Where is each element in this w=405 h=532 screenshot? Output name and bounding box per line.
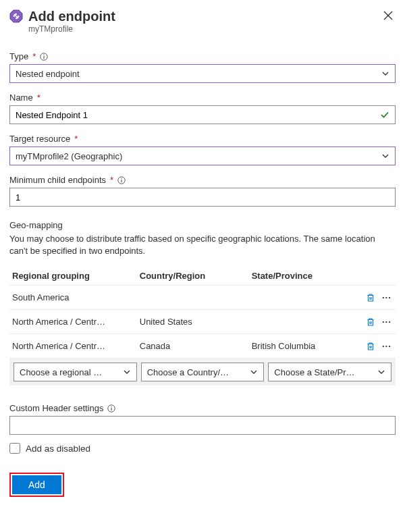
- col-state: State/Province: [249, 267, 353, 286]
- add-as-disabled-row: Add as disabled: [9, 443, 396, 454]
- svg-rect-4: [44, 54, 45, 55]
- add-as-disabled-label: Add as disabled: [26, 444, 90, 454]
- min-child-label: Minimum child endpoints: [9, 175, 106, 185]
- cell-state: British Columbia: [249, 334, 353, 358]
- cell-country: United States: [137, 310, 249, 334]
- required-mark: *: [32, 51, 36, 61]
- target-select[interactable]: myTMprofile2 (Geographic): [9, 147, 396, 165]
- type-select[interactable]: Nested endpoint: [9, 64, 396, 83]
- geo-mapping-desc: You may choose to distribute traffic bas…: [9, 233, 396, 257]
- more-button[interactable]: ···: [381, 315, 393, 328]
- chevron-down-icon: [123, 368, 131, 376]
- svg-rect-6: [122, 180, 122, 182]
- add-button[interactable]: Add: [12, 475, 61, 494]
- add-button-highlight: Add: [9, 473, 64, 497]
- custom-headers-input[interactable]: [16, 417, 389, 434]
- svg-rect-10: [111, 406, 112, 406]
- add-endpoint-panel: Add endpoint myTMprofile Type * Nested e…: [0, 0, 405, 508]
- custom-headers-field: Custom Header settings: [9, 403, 396, 435]
- trash-icon: [366, 293, 375, 302]
- table-row: North America / Centr…CanadaBritish Colu…: [9, 334, 396, 358]
- state-chooser[interactable]: Choose a State/Pr…: [268, 363, 392, 381]
- geo-chooser-row: Choose a regional … Choose a Country/… C…: [9, 358, 396, 385]
- custom-headers-input-wrapper: [9, 416, 396, 435]
- target-value: myTMprofile2 (Geographic): [16, 151, 381, 161]
- cell-region: North America / Centr…: [9, 310, 137, 334]
- min-child-input[interactable]: [9, 188, 396, 207]
- svg-rect-7: [122, 178, 122, 178]
- endpoint-icon: [9, 9, 23, 23]
- add-as-disabled-checkbox[interactable]: [9, 443, 20, 454]
- name-input-wrapper: [9, 105, 396, 124]
- type-label: Type: [9, 51, 28, 61]
- more-icon: ···: [382, 292, 392, 302]
- chevron-down-icon: [377, 368, 385, 376]
- footer: Add: [9, 473, 396, 497]
- more-button[interactable]: ···: [381, 291, 393, 304]
- trash-icon: [366, 342, 375, 351]
- target-label: Target resource: [9, 134, 70, 144]
- more-icon: ···: [382, 341, 392, 351]
- col-region: Regional grouping: [9, 267, 137, 286]
- type-value: Nested endpoint: [16, 69, 381, 79]
- panel-subtitle: myTMprofile: [28, 24, 375, 34]
- trash-icon: [366, 317, 375, 327]
- name-input[interactable]: [16, 106, 380, 124]
- check-icon: [380, 110, 389, 119]
- cell-country: Canada: [137, 334, 249, 358]
- cell-region: South America: [9, 286, 137, 310]
- form-section: Type * Nested endpoint Name *: [9, 51, 396, 454]
- info-icon[interactable]: [40, 53, 48, 61]
- country-chooser-label: Choose a Country/…: [147, 367, 248, 377]
- panel-title: Add endpoint: [28, 8, 375, 24]
- svg-rect-9: [111, 408, 112, 410]
- required-mark: *: [37, 92, 40, 103]
- cell-region: North America / Centr…: [9, 334, 137, 358]
- geo-mapping-heading: Geo-mapping: [9, 220, 63, 230]
- region-chooser-label: Choose a regional …: [20, 367, 120, 377]
- min-child-field: Minimum child endpoints *: [9, 175, 396, 207]
- panel-header: Add endpoint myTMprofile: [9, 8, 396, 34]
- required-mark: *: [110, 175, 113, 185]
- info-icon[interactable]: [107, 404, 115, 413]
- name-label: Name: [9, 92, 33, 103]
- region-chooser[interactable]: Choose a regional …: [14, 363, 137, 381]
- name-field: Name *: [9, 92, 396, 124]
- geo-mapping-section: Geo-mapping You may choose to distribute…: [9, 220, 396, 385]
- target-resource-field: Target resource * myTMprofile2 (Geograph…: [9, 134, 396, 165]
- required-mark: *: [74, 134, 78, 144]
- more-icon: ···: [382, 317, 392, 327]
- cell-country: [137, 286, 249, 310]
- chevron-down-icon: [381, 70, 389, 78]
- delete-button[interactable]: [364, 316, 377, 328]
- svg-rect-3: [44, 56, 45, 59]
- cell-state: [249, 286, 353, 310]
- geo-mapping-table: Regional grouping Country/Region State/P…: [9, 267, 396, 358]
- state-chooser-label: Choose a State/Pr…: [274, 367, 375, 377]
- country-chooser[interactable]: Choose a Country/…: [141, 363, 265, 381]
- delete-button[interactable]: [364, 292, 377, 304]
- close-button[interactable]: [381, 8, 396, 23]
- chevron-down-icon: [250, 368, 258, 376]
- delete-button[interactable]: [364, 340, 377, 352]
- custom-headers-label: Custom Header settings: [9, 403, 103, 413]
- type-field: Type * Nested endpoint: [9, 51, 396, 83]
- chevron-down-icon: [381, 152, 389, 160]
- cell-state: [249, 310, 353, 334]
- more-button[interactable]: ···: [381, 340, 393, 352]
- info-icon[interactable]: [117, 176, 126, 184]
- table-row: North America / Centr…United States···: [9, 310, 396, 334]
- table-row: South America···: [9, 286, 396, 310]
- col-country: Country/Region: [137, 267, 249, 286]
